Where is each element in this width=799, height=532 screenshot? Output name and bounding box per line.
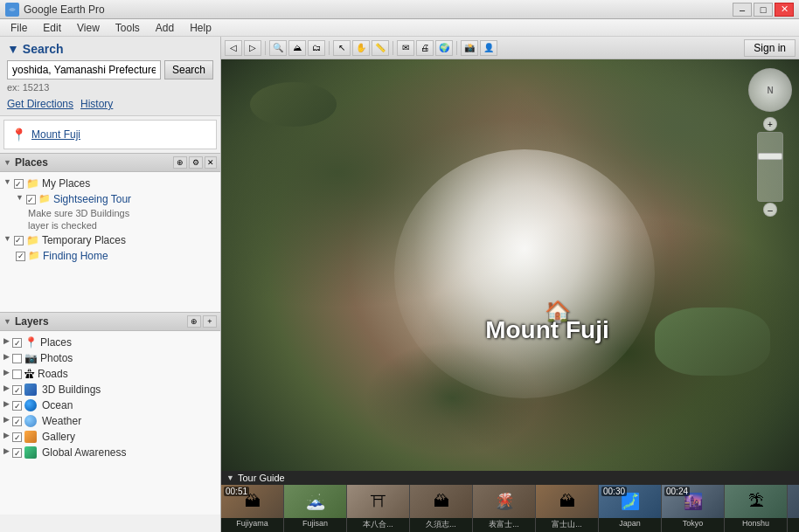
hand-btn[interactable]: ✋ — [352, 40, 370, 56]
layers-add-btn[interactable]: ⊕ — [187, 315, 201, 328]
kusushi-icon: 🏔 — [434, 493, 449, 511]
finding-home-checkbox[interactable] — [16, 252, 25, 261]
menu-edit[interactable]: Edit — [36, 20, 68, 36]
layer-ocean-item[interactable]: ▶ Ocean — [3, 397, 217, 413]
nav-rotate-control[interactable]: N — [748, 68, 792, 112]
nav-forward-btn[interactable]: ▷ — [244, 40, 261, 56]
my-places-checkbox[interactable] — [14, 179, 24, 189]
search-input[interactable] — [7, 60, 161, 79]
thumb-kusushi[interactable]: 🏔 久須志... — [410, 485, 473, 532]
menu-add[interactable]: Add — [149, 20, 181, 36]
close-button[interactable]: ✕ — [775, 3, 794, 17]
zoom-slider-thumb[interactable] — [758, 153, 782, 160]
zoom-in-control[interactable]: + — [763, 117, 777, 131]
layer-3d-checkbox[interactable] — [12, 385, 22, 395]
result-label[interactable]: Mount Fuji — [31, 128, 80, 141]
menu-view[interactable]: View — [70, 20, 107, 36]
places-title: Places — [15, 156, 48, 169]
tour-guide-arrow-icon: ▼ — [226, 473, 234, 482]
temp-places-checkbox[interactable] — [14, 236, 24, 245]
layer-global-checkbox[interactable] — [12, 448, 22, 458]
thumb-fujiyama-label: Fujiyama — [221, 518, 283, 529]
menu-help[interactable]: Help — [183, 20, 219, 36]
sightseeing-checkbox[interactable] — [26, 195, 36, 204]
minimize-button[interactable]: – — [733, 3, 752, 17]
search-hint: ex: 15213 — [7, 82, 213, 93]
thumb-fujisan2[interactable]: 🏔 富士山... — [536, 485, 599, 532]
layers-panel-header: ▼ Layers ⊕ + — [0, 312, 220, 331]
streetview-btn[interactable]: 👤 — [480, 40, 497, 56]
map-area[interactable]: ◁ ▷ 🔍 ⛰ 🗂 ↖ ✋ 📏 ✉ 🖨 🌍 📸 👤 Sign in — [221, 37, 799, 532]
layer-roads-checkbox[interactable] — [12, 370, 22, 379]
places-close-btn[interactable]: ✕ — [205, 156, 217, 169]
layer-roads-icon: 🛣 — [24, 368, 35, 380]
sign-in-button[interactable]: Sign in — [744, 39, 796, 57]
sightseeing-hint: Make sure 3D Buildings layer is checked — [28, 207, 217, 232]
ruler-btn[interactable]: 📏 — [372, 40, 389, 56]
tour-guide: ▼ Tour Guide 🏔 00:51 Fujiyama 🗻 Fujisan — [221, 471, 799, 532]
layer-weather-checkbox[interactable] — [12, 417, 22, 426]
thumb-fujisan2-label: 富士山... — [536, 518, 598, 531]
thumb-chiyoda[interactable]: 🌃 Chiyoda — [788, 485, 799, 532]
layer-places-item[interactable]: ▶ 📍 Places — [3, 335, 217, 350]
sightseeing-tour-item[interactable]: ▼ 📁 Sightseeing Tour — [16, 191, 217, 207]
menu-file[interactable]: File — [3, 20, 34, 36]
layer-photos-checkbox[interactable] — [12, 354, 22, 363]
tilt-btn[interactable]: ⛰ — [288, 40, 306, 56]
layer-photos-label: Photos — [40, 352, 73, 364]
thumb-honhachi[interactable]: ⛩ 本八合... — [347, 485, 410, 532]
history-link[interactable]: History — [80, 98, 113, 110]
thumb-tokyo[interactable]: 🌆 00:24 Tokyo — [662, 485, 725, 532]
my-places-item[interactable]: ▼ 📁 My Places — [3, 176, 217, 191]
search-button[interactable]: Search — [164, 60, 213, 79]
layer-gallery-item[interactable]: ▶ Gallery — [3, 429, 217, 445]
pointer-btn[interactable]: ↖ — [333, 40, 351, 56]
places-config-btn[interactable]: ⚙ — [189, 156, 203, 169]
layers-panel: ▶ 📍 Places ▶ 📷 Photos ▶ 🛣 Roads ▶ — [0, 331, 220, 515]
layer-places-checkbox[interactable] — [12, 338, 22, 348]
snow-cap — [394, 149, 654, 397]
my-places-folder-icon: 📁 — [26, 177, 39, 190]
finding-home-item[interactable]: 📁 Finding Home — [16, 248, 217, 264]
menu-tools[interactable]: Tools — [108, 20, 147, 36]
temp-places-item[interactable]: ▼ 📁 Temporary Places — [3, 232, 217, 248]
thumb-kusushi-img: 🏔 — [410, 485, 472, 518]
layer-3d-expand: ▶ — [3, 383, 10, 392]
layer-global-item[interactable]: ▶ Global Awareness — [3, 445, 217, 460]
earth-view-btn[interactable]: 🌍 — [435, 40, 453, 56]
screenshot-btn[interactable]: 📸 — [461, 40, 478, 56]
title-bar-left: Google Earth Pro — [5, 3, 105, 17]
search-result-item[interactable]: 📍 Mount Fuji — [8, 124, 212, 145]
zoom-in-btn[interactable]: 🔍 — [269, 40, 287, 56]
thumb-japan[interactable]: 🗾 00:30 Japan — [599, 485, 662, 532]
tour-thumbnails: 🏔 00:51 Fujiyama 🗻 Fujisan ⛩ 本八合... — [221, 485, 799, 532]
thumb-chiyoda-img: 🌃 — [788, 485, 799, 518]
search-results: 📍 Mount Fuji — [3, 120, 217, 149]
layer-gallery-checkbox[interactable] — [12, 432, 22, 442]
email-btn[interactable]: ✉ — [397, 40, 414, 56]
thumb-fujiyama[interactable]: 🏔 00:51 Fujiyama — [221, 485, 284, 532]
maximize-button[interactable]: □ — [754, 3, 773, 17]
search-arrow-icon: ▼ — [7, 42, 19, 56]
layer-photos-item[interactable]: ▶ 📷 Photos — [3, 350, 217, 366]
thumb-omotofuji[interactable]: 🌋 表富士... — [473, 485, 536, 532]
layer-ocean-checkbox[interactable] — [12, 401, 22, 411]
finding-home-label[interactable]: Finding Home — [43, 250, 108, 262]
nav-back-btn[interactable]: ◁ — [225, 40, 242, 56]
get-directions-link[interactable]: Get Directions — [7, 98, 73, 110]
zoom-out-control[interactable]: – — [763, 203, 777, 217]
thumb-honshu[interactable]: 🏝 Honshu — [725, 485, 788, 532]
layer-roads-item[interactable]: ▶ 🛣 Roads — [3, 366, 217, 382]
title-bar-controls[interactable]: – □ ✕ — [733, 3, 794, 17]
layer-weather-expand: ▶ — [3, 415, 10, 424]
layers-btn[interactable]: 🗂 — [308, 40, 325, 56]
layers-config-btn[interactable]: + — [203, 315, 217, 328]
print-btn[interactable]: 🖨 — [416, 40, 434, 56]
layer-roads-expand: ▶ — [3, 368, 10, 377]
layer-3dbuildings-item[interactable]: ▶ 3D Buildings — [3, 382, 217, 397]
sightseeing-label[interactable]: Sightseeing Tour — [53, 193, 131, 205]
layer-weather-item[interactable]: ▶ Weather — [3, 413, 217, 429]
zoom-slider-track[interactable] — [757, 132, 783, 202]
thumb-fujisan[interactable]: 🗻 Fujisan — [284, 485, 347, 532]
places-add-btn[interactable]: ⊕ — [173, 156, 187, 169]
